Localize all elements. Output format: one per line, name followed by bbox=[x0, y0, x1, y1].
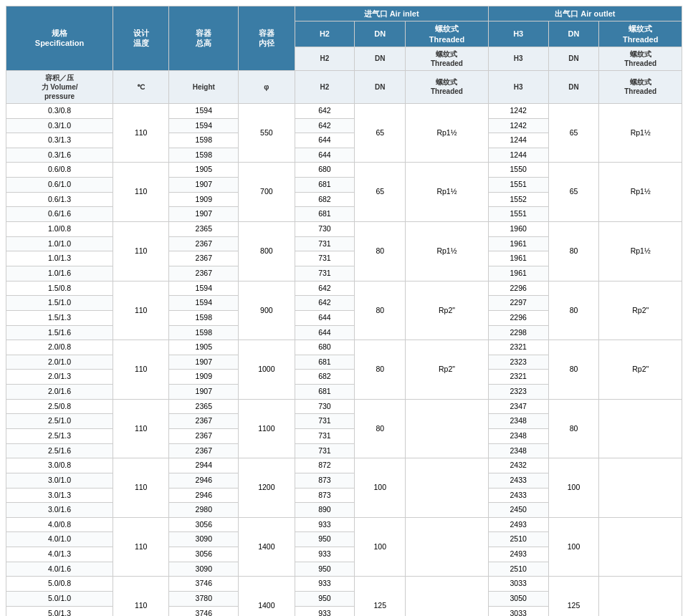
cell-diam: 800 bbox=[239, 222, 295, 281]
cell-h2: 731 bbox=[295, 266, 355, 281]
cell-h3: 2323 bbox=[488, 385, 548, 400]
cell-spec: 3.0/1.6 bbox=[6, 503, 113, 518]
table-row: 5.0/0.8110374614009331253033125 bbox=[6, 577, 682, 592]
cell-dn-outlet: 80 bbox=[548, 281, 599, 340]
cell-h2: 642 bbox=[295, 281, 355, 296]
cell-total-height: 2367 bbox=[169, 266, 239, 281]
cell-thread-inlet: Rp1½ bbox=[406, 163, 489, 222]
cell-total-height: 2367 bbox=[169, 428, 239, 443]
col-thread-in: 螺纹式Threaded bbox=[406, 21, 489, 47]
cell-spec: 1.0/1.3 bbox=[6, 251, 113, 266]
table-row: 0.6/0.8110190570068065Rp1½155065Rp1½ bbox=[6, 163, 682, 178]
cell-total-height: 3746 bbox=[169, 606, 239, 616]
cell-temp: 110 bbox=[113, 458, 169, 518]
cell-h3: 2296 bbox=[488, 310, 548, 325]
subhead-dn-in-2: DN bbox=[355, 70, 406, 103]
cell-dn-inlet: 65 bbox=[355, 163, 406, 222]
cell-thread-outlet: Rp2" bbox=[599, 340, 682, 400]
cell-dn-inlet: 65 bbox=[355, 103, 406, 163]
cell-temp: 110 bbox=[113, 517, 169, 577]
cell-total-height: 1598 bbox=[169, 148, 239, 163]
cell-h3: 2347 bbox=[488, 399, 548, 414]
cell-thread-inlet bbox=[406, 517, 489, 577]
cell-thread-inlet: Rp2" bbox=[406, 281, 489, 340]
cell-h3: 2433 bbox=[488, 488, 548, 503]
cell-total-height: 1907 bbox=[169, 178, 239, 193]
cell-h2: 644 bbox=[295, 325, 355, 340]
cell-h3: 1551 bbox=[488, 207, 548, 222]
cell-h2: 731 bbox=[295, 236, 355, 251]
cell-total-height: 1907 bbox=[169, 385, 239, 400]
cell-thread-outlet bbox=[599, 577, 682, 616]
cell-h2: 642 bbox=[295, 118, 355, 133]
cell-dn-inlet: 100 bbox=[355, 458, 406, 518]
cell-temp: 110 bbox=[113, 340, 169, 400]
cell-h2: 644 bbox=[295, 133, 355, 148]
cell-spec: 0.3/1.6 bbox=[6, 148, 113, 163]
cell-spec: 0.6/1.0 bbox=[6, 178, 113, 193]
cell-h3: 2348 bbox=[488, 414, 548, 429]
cell-temp: 110 bbox=[113, 577, 169, 616]
cell-spec: 1.5/1.6 bbox=[6, 325, 113, 340]
cell-diam: 900 bbox=[239, 281, 295, 340]
cell-spec: 0.3/0.8 bbox=[6, 103, 113, 118]
cell-dn-outlet: 125 bbox=[548, 577, 599, 616]
col-air-outlet: 出气口 Air outlet bbox=[488, 6, 682, 21]
cell-dn-outlet: 65 bbox=[548, 103, 599, 163]
table-row: 1.5/0.8110159490064280Rp2"229680Rp2" bbox=[6, 281, 682, 296]
cell-spec: 2.0/0.8 bbox=[6, 340, 113, 355]
cell-total-height: 2367 bbox=[169, 251, 239, 266]
cell-total-height: 1594 bbox=[169, 281, 239, 296]
cell-temp: 110 bbox=[113, 399, 169, 458]
cell-dn-outlet: 80 bbox=[548, 222, 599, 281]
cell-dn-inlet: 80 bbox=[355, 281, 406, 340]
cell-h3: 3033 bbox=[488, 606, 548, 616]
cell-total-height: 1598 bbox=[169, 133, 239, 148]
cell-h3: 1961 bbox=[488, 251, 548, 266]
cell-h3: 1242 bbox=[488, 118, 548, 133]
cell-h3: 1244 bbox=[488, 133, 548, 148]
cell-spec: 5.0/1.0 bbox=[6, 592, 113, 607]
cell-h2: 730 bbox=[295, 222, 355, 237]
cell-total-height: 2367 bbox=[169, 443, 239, 458]
cell-h3: 2298 bbox=[488, 325, 548, 340]
cell-spec: 5.0/1.3 bbox=[6, 606, 113, 616]
cell-spec: 4.0/1.3 bbox=[6, 547, 113, 562]
cell-total-height: 1909 bbox=[169, 192, 239, 207]
cell-total-height: 3746 bbox=[169, 577, 239, 592]
cell-thread-outlet: Rp1½ bbox=[599, 222, 682, 281]
cell-spec: 1.5/1.0 bbox=[6, 296, 113, 311]
cell-thread-inlet bbox=[406, 577, 489, 616]
cell-h2: 682 bbox=[295, 192, 355, 207]
cell-h2: 644 bbox=[295, 148, 355, 163]
cell-total-height: 2365 bbox=[169, 399, 239, 414]
cell-h2: 731 bbox=[295, 428, 355, 443]
cell-spec: 1.0/0.8 bbox=[6, 222, 113, 237]
cell-total-height: 1905 bbox=[169, 163, 239, 178]
cell-h2: 933 bbox=[295, 606, 355, 616]
cell-thread-outlet: Rp1½ bbox=[599, 163, 682, 222]
cell-total-height: 3090 bbox=[169, 532, 239, 547]
cell-spec: 0.6/1.3 bbox=[6, 192, 113, 207]
cell-h3: 1242 bbox=[488, 103, 548, 118]
cell-temp: 110 bbox=[113, 281, 169, 340]
cell-h3: 1961 bbox=[488, 236, 548, 251]
cell-total-height: 3056 bbox=[169, 547, 239, 562]
cell-h2: 950 bbox=[295, 532, 355, 547]
cell-h3: 3050 bbox=[488, 592, 548, 607]
cell-total-height: 1907 bbox=[169, 207, 239, 222]
cell-diam: 1400 bbox=[239, 577, 295, 616]
cell-spec: 2.5/0.8 bbox=[6, 399, 113, 414]
cell-h2: 731 bbox=[295, 443, 355, 458]
cell-dn-inlet: 100 bbox=[355, 517, 406, 577]
cell-diam: 1100 bbox=[239, 399, 295, 458]
cell-h2: 731 bbox=[295, 251, 355, 266]
cell-h3: 1961 bbox=[488, 266, 548, 281]
col-h3: H3 bbox=[488, 21, 548, 47]
cell-h3: 1550 bbox=[488, 163, 548, 178]
cell-spec: 0.3/1.0 bbox=[6, 118, 113, 133]
cell-dn-inlet: 80 bbox=[355, 340, 406, 400]
cell-h2: 731 bbox=[295, 414, 355, 429]
cell-h2: 680 bbox=[295, 340, 355, 355]
cell-thread-outlet bbox=[599, 458, 682, 518]
